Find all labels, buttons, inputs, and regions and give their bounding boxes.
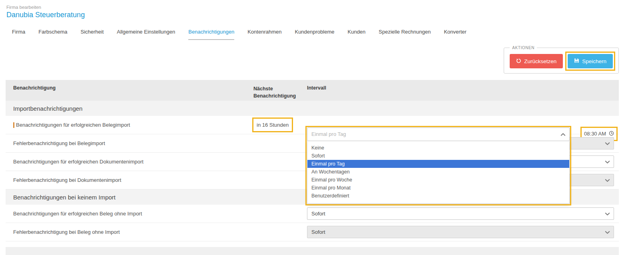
- interval-select[interactable]: Sofort: [307, 226, 614, 238]
- tab-allgemeine-einstellungen[interactable]: Allgemeine Einstellungen: [117, 29, 175, 40]
- save-highlight: Speichern: [568, 54, 613, 68]
- clock-icon: [609, 131, 614, 137]
- interval-dropdown-menu: Keine Sofort Einmal pro Tag An Wochentag…: [307, 141, 570, 204]
- page-title[interactable]: Danubia Steuerberatung: [6, 11, 85, 19]
- undo-icon: [516, 58, 521, 64]
- table-row: Benachrichtigungen für erfolgreichen Bel…: [6, 205, 619, 223]
- tab-bar: Firma Farbschema Sicherheit Allgemeine E…: [6, 29, 644, 40]
- table-header-row: Benachrichtigung Nächste Benachrichtigun…: [6, 80, 619, 101]
- chevron-down-icon: [604, 159, 610, 166]
- tab-konverter[interactable]: Konverter: [444, 29, 466, 40]
- time-value: 08:30 AM: [584, 131, 606, 137]
- save-label: Speichern: [582, 58, 606, 64]
- tab-kontenrahmen[interactable]: Kontenrahmen: [247, 29, 281, 40]
- col-header-benachrichtigung: Benachrichtigung: [6, 85, 253, 91]
- dropdown-option-selected[interactable]: Einmal pro Tag: [307, 160, 569, 168]
- reset-label: Zurücksetzen: [524, 58, 556, 64]
- row-label: Fehlerbenachrichtigung bei Belegimport: [13, 140, 105, 146]
- chevron-up-icon: [560, 131, 566, 139]
- actions-row: AKTIONEN Zurücksetzen Speichern: [6, 46, 619, 74]
- footer-bar: [6, 247, 619, 255]
- dropdown-option[interactable]: Einmal pro Woche: [307, 176, 569, 184]
- section-importbenachrichtigungen: Importbenachrichtigungen: [6, 101, 619, 116]
- col-header-naechste-benachrichtigung: Nächste Benachrichtigung: [253, 85, 301, 100]
- save-icon: [574, 58, 579, 64]
- next-notification-text: in 16 Stunden: [257, 122, 289, 128]
- dropdown-option[interactable]: Keine: [307, 144, 569, 152]
- next-notification-highlight: in 16 Stunden: [257, 122, 289, 128]
- tab-spezielle-rechnungen[interactable]: Spezielle Rechnungen: [379, 29, 431, 40]
- dropdown-option[interactable]: Einmal pro Monat: [307, 184, 569, 192]
- tab-kunden[interactable]: Kunden: [348, 29, 366, 40]
- row-label: Benachrichtigungen für erfolgreichen Bel…: [13, 211, 142, 217]
- select-value: Sofort: [311, 211, 325, 217]
- chevron-down-icon: [604, 211, 610, 218]
- select-value: Sofort: [311, 229, 325, 235]
- chevron-down-icon: [604, 177, 610, 185]
- interval-dropdown-highlight: Einmal pro Tag Keine Sofort Einmal pro T…: [307, 127, 570, 204]
- dropdown-option[interactable]: An Wochentagen: [307, 168, 569, 176]
- row-focus-marker: [13, 122, 14, 128]
- tab-firma[interactable]: Firma: [12, 29, 25, 40]
- interval-combobox[interactable]: Einmal pro Tag: [307, 127, 570, 141]
- table-row: Benachrichtigungen für erfolgreichen Bel…: [6, 116, 619, 134]
- interval-select[interactable]: Sofort: [307, 207, 614, 220]
- combobox-placeholder: Einmal pro Tag: [311, 131, 346, 137]
- reset-button[interactable]: Zurücksetzen: [510, 54, 563, 68]
- actions-legend: AKTIONEN: [510, 46, 537, 50]
- page: Firma bearbeiten Danubia Steuerberatung …: [0, 0, 644, 255]
- save-button[interactable]: Speichern: [568, 54, 613, 68]
- row-label: Benachrichtigungen für erfolgreichen Dok…: [13, 159, 144, 165]
- chevron-down-icon: [604, 141, 610, 148]
- row-label: Fehlerbenachrichtigung bei Dokumentenimp…: [13, 177, 121, 183]
- dropdown-option[interactable]: Sofort: [307, 152, 569, 160]
- table-row: Fehlerbenachrichtigung bei Beleg ohne Im…: [6, 223, 619, 241]
- actions-panel: AKTIONEN Zurücksetzen Speichern: [504, 46, 619, 74]
- notifications-table: Benachrichtigung Nächste Benachrichtigun…: [6, 80, 619, 255]
- dropdown-option[interactable]: Benutzerdefiniert: [307, 192, 569, 200]
- col-header-intervall: Intervall: [307, 85, 619, 91]
- tab-sicherheit[interactable]: Sicherheit: [80, 29, 104, 40]
- breadcrumb: Firma bearbeiten: [6, 5, 644, 10]
- chevron-down-icon: [604, 229, 610, 237]
- tab-kundenprobleme[interactable]: Kundenprobleme: [295, 29, 334, 40]
- tab-farbschema[interactable]: Farbschema: [38, 29, 67, 40]
- tab-benachrichtigungen[interactable]: Benachrichtigungen: [188, 29, 234, 40]
- row-label: Benachrichtigungen für erfolgreichen Bel…: [16, 122, 130, 128]
- row-label: Fehlerbenachrichtigung bei Beleg ohne Im…: [13, 229, 120, 235]
